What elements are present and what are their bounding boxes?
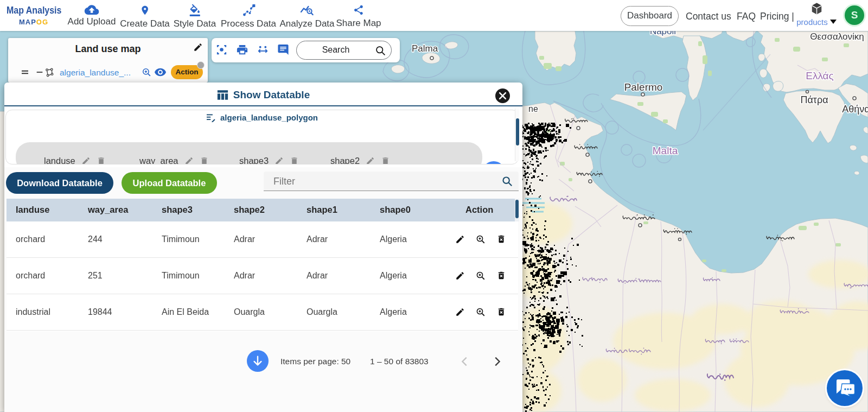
svg-text:Palma: Palma [412, 43, 438, 54]
svg-text:Αθήνα: Αθήνα [842, 104, 868, 115]
svg-text:Ελλάς: Ελλάς [806, 70, 834, 81]
svg-text:Napoli: Napoli [650, 31, 676, 36]
svg-text:ne: ne [528, 104, 538, 113]
svg-text:Malta: Malta [653, 145, 678, 156]
svg-text:Palermo: Palermo [624, 81, 663, 93]
svg-text:Θεσσαλονίκη: Θεσσαλονίκη [810, 31, 864, 42]
svg-text:Πάτρα: Πάτρα [800, 94, 828, 105]
